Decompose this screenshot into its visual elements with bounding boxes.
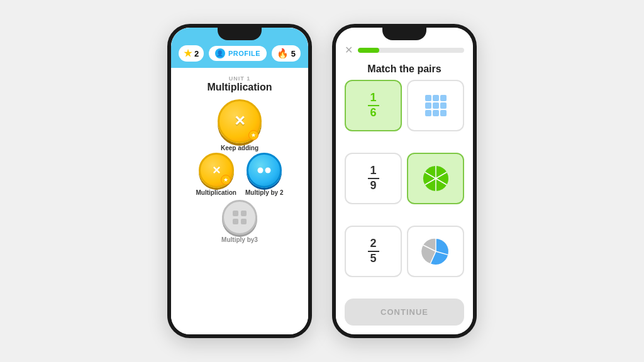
phone1-content: UNIT 1 Multiplication ✕ ★ Keep adding <box>171 68 308 334</box>
node-multiply-by-3[interactable] <box>222 200 257 235</box>
numerator-2: 2 <box>370 238 376 250</box>
svg-rect-5 <box>241 219 247 224</box>
profile-button[interactable]: 👤 PROFILE <box>209 46 267 61</box>
dot-3 <box>440 95 447 101</box>
progress-bar-fill <box>358 48 379 53</box>
node-keep-adding-label: Keep adding <box>221 145 258 151</box>
phone-1: ★ 2 👤 PROFILE 🔥 5 UNIT 1 Multiplication <box>167 24 312 338</box>
stars-badge[interactable]: ★ 2 <box>179 45 204 62</box>
unit-label: UNIT 1 <box>229 75 251 82</box>
pair-cell-frac-2-5[interactable]: 2 5 <box>345 226 402 277</box>
profile-label: PROFILE <box>228 50 260 57</box>
flames-badge[interactable]: 🔥 5 <box>272 45 301 62</box>
grid-icon <box>231 209 248 226</box>
lesson-row-mult3: Multiply by3 <box>221 200 258 243</box>
node-multiply2-label: Multiply by 2 <box>245 189 284 196</box>
dot-5 <box>433 102 439 109</box>
node-multiplication[interactable]: ✕ ★ <box>199 153 234 188</box>
node-star-badge: ★ <box>248 130 258 140</box>
dot-1 <box>425 95 431 101</box>
fraction-1-9: 1 9 <box>368 165 379 192</box>
svg-point-1 <box>265 168 271 173</box>
node-multiplication-label: Multiplication <box>196 189 236 196</box>
match-pairs-title: Match the pairs <box>336 60 473 80</box>
node-multiply3-pair: Multiply by3 <box>221 200 258 243</box>
pair-cell-pie-green[interactable] <box>407 153 464 204</box>
node-multiply3-label: Multiply by3 <box>221 236 258 243</box>
profile-icon: 👤 <box>215 48 225 58</box>
node-multiply2-pair: Multiply by 2 <box>245 153 284 196</box>
dot-6 <box>440 102 447 109</box>
node-multiplication-pair: ✕ ★ Multiplication <box>196 153 236 196</box>
denominator-6: 6 <box>370 107 376 119</box>
phone-2: ✕ Match the pairs 1 6 <box>332 24 477 338</box>
nodes-inline: ✕ ★ Multiplication <box>196 153 283 196</box>
pairs-grid: 1 6 <box>336 80 473 293</box>
svg-point-0 <box>258 168 264 173</box>
stars-count: 2 <box>194 49 199 58</box>
close-button[interactable]: ✕ <box>345 44 353 56</box>
dot-8 <box>433 110 439 116</box>
unit-title: Multiplication <box>207 82 272 93</box>
pair-cell-grid[interactable] <box>407 80 464 131</box>
numerator-1: 1 <box>370 92 376 104</box>
star-icon: ★ <box>184 48 192 59</box>
flames-count: 5 <box>291 49 296 58</box>
phone-2-screen: ✕ Match the pairs 1 6 <box>336 28 473 334</box>
pair-cell-pie-blue[interactable] <box>407 226 464 277</box>
lesson-row-mult: ✕ ★ Multiplication <box>196 153 283 196</box>
denominator-5: 5 <box>370 253 376 265</box>
pair-cell-frac-1-9[interactable]: 1 9 <box>345 153 402 204</box>
svg-rect-2 <box>233 211 238 216</box>
fraction-1-6: 1 6 <box>368 92 379 119</box>
flame-icon: 🔥 <box>277 48 289 59</box>
dot-4 <box>425 102 431 109</box>
node-star-badge-2: ★ <box>221 175 231 185</box>
continue-button[interactable]: CONTINUE <box>345 299 464 326</box>
node-x-sm-icon: ✕ <box>212 164 221 177</box>
progress-bar <box>358 48 464 53</box>
node-keep-adding-pair: ✕ ★ Keep adding <box>218 99 262 151</box>
fraction-2-5: 2 5 <box>368 238 379 265</box>
lesson-row-keep-adding: ✕ ★ Keep adding <box>218 99 262 151</box>
lesson-map: ✕ ★ Keep adding ✕ ★ <box>177 99 302 244</box>
dot-9 <box>440 110 447 116</box>
pie-green-icon <box>421 164 450 193</box>
node-x-icon: ✕ <box>234 113 245 129</box>
phone-1-screen: ★ 2 👤 PROFILE 🔥 5 UNIT 1 Multiplication <box>171 28 308 334</box>
dot-2 <box>433 95 439 101</box>
phone-2-notch <box>382 28 426 40</box>
numerator-1b: 1 <box>370 165 376 177</box>
denominator-9: 9 <box>370 180 376 192</box>
svg-rect-3 <box>241 211 247 216</box>
node-multiply-by-2[interactable] <box>247 153 282 188</box>
phone-1-notch <box>218 28 262 40</box>
grid-dots-icon <box>425 95 447 116</box>
pair-cell-frac-1-6[interactable]: 1 6 <box>345 80 402 131</box>
pie-blue-icon <box>421 237 450 266</box>
svg-rect-4 <box>233 219 238 224</box>
phones-container: ★ 2 👤 PROFILE 🔥 5 UNIT 1 Multiplication <box>0 0 644 362</box>
dots-icon <box>256 165 272 175</box>
dot-7 <box>425 110 431 116</box>
node-keep-adding[interactable]: ✕ ★ <box>218 99 262 143</box>
